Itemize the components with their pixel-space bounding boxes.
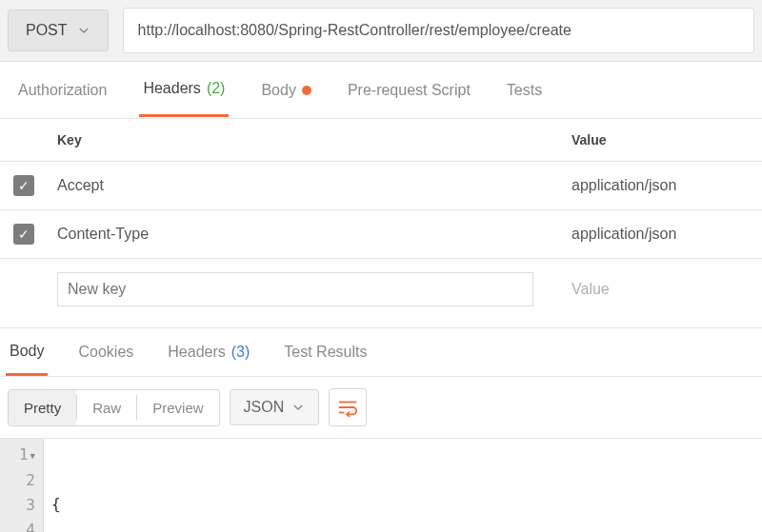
row-checkbox[interactable]: ✓ (13, 224, 34, 245)
tab-headers-label: Headers (143, 80, 200, 97)
header-key-cell[interactable]: Content-Type (48, 210, 562, 259)
request-tabs: Authorization Headers (2) Body Pre-reque… (0, 62, 762, 119)
chevron-down-icon (77, 24, 90, 37)
fold-icon[interactable]: ▼ (30, 443, 35, 468)
resp-tab-body[interactable]: Body (6, 329, 48, 376)
line-gutter: 1▼ 2 3 4 (0, 439, 44, 532)
tab-prerequest-script[interactable]: Pre-request Script (344, 65, 474, 116)
resp-tab-headers-count: (3) (231, 344, 251, 361)
wrap-icon (337, 398, 358, 417)
wrap-lines-button[interactable] (329, 388, 367, 426)
preview-button[interactable]: Preview (137, 390, 218, 425)
header-value-cell[interactable]: application/json (562, 210, 762, 259)
response-body-editor[interactable]: 1▼ 2 3 4 { "id": 2, "name": "David" } (0, 439, 762, 532)
tab-body[interactable]: Body (257, 65, 314, 116)
header-value-cell[interactable]: application/json (562, 162, 762, 210)
tab-authorization[interactable]: Authorization (14, 65, 110, 116)
new-value-placeholder[interactable]: Value (572, 281, 610, 297)
code-line: { (51, 492, 754, 517)
headers-table: Key Value ✓ Accept application/json ✓ Co… (0, 119, 762, 324)
row-checkbox[interactable]: ✓ (13, 175, 34, 196)
format-label: JSON (244, 399, 285, 416)
col-value: Value (562, 119, 762, 162)
resp-tab-headers-label: Headers (168, 344, 225, 361)
tab-tests[interactable]: Tests (503, 65, 546, 116)
resp-tab-test-results[interactable]: Test Results (280, 330, 371, 374)
table-row: ✓ Content-Type application/json (0, 210, 762, 259)
resp-tab-headers[interactable]: Headers (3) (164, 330, 253, 374)
col-check (0, 119, 48, 162)
tab-body-label: Body (261, 82, 295, 99)
chevron-down-icon (291, 401, 305, 414)
header-key-cell[interactable]: Accept (48, 162, 562, 210)
unsaved-dot-icon (302, 86, 311, 95)
col-key: Key (48, 119, 562, 162)
code-content[interactable]: { "id": 2, "name": "David" } (44, 439, 762, 532)
new-key-input[interactable] (57, 272, 533, 306)
view-mode-segment: Pretty Raw Preview (8, 389, 220, 426)
request-top-bar: POST http://localhost:8080/Spring-RestCo… (0, 0, 762, 62)
http-method-dropdown[interactable]: POST (8, 10, 109, 51)
table-row-new: Value (0, 259, 762, 325)
http-method-label: POST (26, 22, 68, 39)
tab-headers[interactable]: Headers (2) (139, 63, 229, 117)
pretty-button[interactable]: Pretty (9, 390, 76, 425)
response-tabs: Body Cookies Headers (3) Test Results (0, 327, 762, 377)
resp-tab-cookies[interactable]: Cookies (74, 330, 137, 374)
format-dropdown[interactable]: JSON (230, 389, 320, 425)
tab-headers-count: (2) (207, 80, 226, 97)
response-toolbar: Pretty Raw Preview JSON (0, 377, 762, 439)
table-row: ✓ Accept application/json (0, 162, 762, 210)
url-input[interactable]: http://localhost:8080/Spring-RestControl… (123, 8, 754, 53)
raw-button[interactable]: Raw (77, 390, 136, 425)
